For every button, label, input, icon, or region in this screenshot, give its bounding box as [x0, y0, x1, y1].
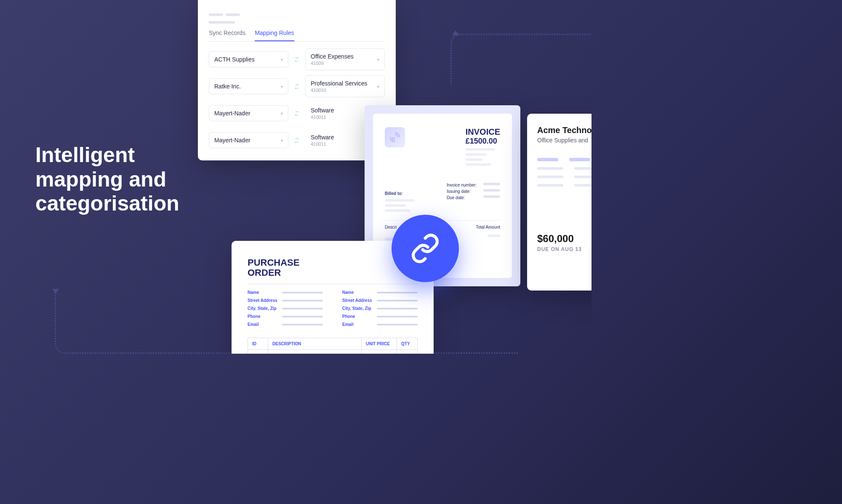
category-code: 410011 [311, 115, 326, 120]
category-label: Office Expenses [311, 53, 354, 60]
po-col-desc: DESCRIPTION [268, 338, 362, 349]
po-address-from: Name Street Address City, State, Zip Pho… [248, 290, 323, 330]
category-select[interactable]: Professional Services 410010 ▾ [305, 75, 385, 97]
vendor-select[interactable]: Mayert-Nader ▾ [209, 105, 288, 121]
swap-icon: →← [293, 110, 301, 117]
invoice-title: INVOICE [466, 127, 500, 137]
po-field-phone: Phone [342, 314, 373, 319]
po-field-city: City, State, Zip [342, 306, 373, 311]
po-line-items-table: ID DESCRIPTION UNIT PRICE QTY [248, 338, 418, 354]
billed-to-label: Billed to: [385, 191, 438, 196]
vendor-label: Mayert-Nader [214, 110, 250, 117]
category-code: 41009 [311, 61, 324, 66]
po-address-to: Name Street Address City, State, Zip Pho… [342, 290, 418, 330]
po-field-street: Street Address [342, 298, 373, 303]
category-code: 410010 [311, 88, 326, 93]
po-field-email: Email [248, 322, 278, 327]
po-title-2: ORDER [248, 267, 281, 278]
chevron-down-icon: ▾ [377, 84, 379, 89]
chevron-down-icon: ▾ [281, 138, 283, 143]
col-total: Total Amount [476, 225, 500, 229]
link-icon [392, 215, 459, 282]
chevron-down-icon: ▾ [281, 111, 283, 116]
po-title-1: PURCHASE [248, 257, 299, 268]
invoice-logo [385, 127, 405, 147]
summary-amount: $60,000 [537, 233, 592, 245]
po-field-street: Street Address [248, 298, 278, 303]
vendor-select[interactable]: Ratke Inc. ▾ [209, 78, 288, 94]
skeleton [537, 158, 592, 161]
arrow-up-icon [452, 30, 459, 35]
vendor-select[interactable]: Mayert-Nader ▾ [209, 132, 288, 148]
po-field-name: Name [248, 290, 278, 295]
issuing-date-label: Issuing date: [447, 189, 471, 194]
vendor-label: Mayert-Nader [214, 137, 250, 144]
summary-category: Office Supplies and [537, 137, 592, 144]
mapping-row: ACTH Supplies ▾ →← Office Expenses 41009… [209, 48, 385, 70]
hero-text: Intelligent mapping and categorisation [35, 143, 179, 216]
po-col-unit-price: UNIT PRICE [362, 338, 397, 349]
due-date-label: Due date: [447, 195, 465, 200]
vendor-label: Ratke Inc. [214, 83, 241, 90]
hero-line-3: categorisation [35, 192, 179, 215]
col-description: Descri [385, 225, 397, 229]
po-field-name: Name [342, 290, 373, 295]
invoice-title-block: INVOICE £1500.00 [466, 127, 500, 168]
swap-icon: →← [293, 137, 301, 144]
summary-vendor: Acme Technolo [537, 125, 592, 135]
po-col-id: ID [248, 338, 268, 349]
category-label: Software [311, 107, 334, 114]
swap-icon: →← [293, 83, 301, 90]
arrow-down-icon [52, 289, 59, 294]
chevron-down-icon: ▾ [281, 57, 283, 62]
summary-due: DUE ON AUG 13 [537, 246, 592, 252]
category-label: Professional Services [311, 80, 368, 87]
category-code: 410011 [311, 141, 326, 147]
swap-icon: →← [293, 56, 301, 63]
tab-mapping-rules[interactable]: Mapping Rules [255, 29, 294, 41]
mapping-row: Mayert-Nader ▾ →← Software 410011 [209, 102, 385, 124]
invoice-amount: £1500.00 [466, 137, 500, 146]
mapping-row: Mayert-Nader ▾ →← Software 410011 [209, 129, 385, 151]
hero-line-1: Intelligent [35, 143, 135, 167]
dotted-path-top [450, 34, 592, 84]
category-select[interactable]: Office Expenses 41009 ▾ [305, 48, 385, 70]
po-col-qty: QTY [397, 338, 417, 349]
chevron-down-icon: ▾ [281, 84, 283, 89]
chevron-down-icon: ▾ [377, 57, 379, 62]
po-field-city: City, State, Zip [248, 306, 278, 311]
invoice-number-label: Invoice number: [447, 183, 477, 187]
hero-line-2: mapping and [35, 168, 166, 191]
summary-card: Acme Technolo Office Supplies and $60,00… [527, 114, 592, 291]
mapping-row: Ratke Inc. ▾ →← Professional Services 41… [209, 75, 385, 97]
tabs: Sync Records Mapping Rules [209, 29, 385, 42]
skeleton [209, 10, 385, 24]
category-label: Software [311, 134, 334, 141]
vendor-label: ACTH Supplies [214, 56, 255, 63]
po-field-phone: Phone [248, 314, 278, 319]
po-field-email: Email [342, 322, 373, 327]
tab-sync-records[interactable]: Sync Records [209, 29, 245, 41]
vendor-select[interactable]: ACTH Supplies ▾ [209, 51, 288, 67]
